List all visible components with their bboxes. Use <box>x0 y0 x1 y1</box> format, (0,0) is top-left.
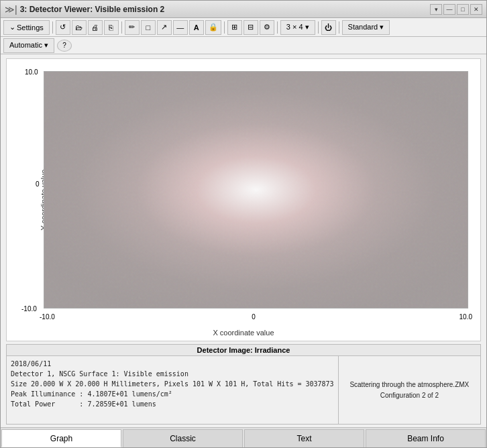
power-button[interactable]: ⏻ <box>321 20 336 35</box>
arrow-button[interactable]: ↗ <box>157 20 172 35</box>
x-tick-max: 10.0 <box>459 313 472 321</box>
grid-dropdown[interactable]: 3 × 4 ▾ <box>280 20 315 35</box>
x-tick-min: -10.0 <box>40 313 55 321</box>
plot-area: Y coordinate value 10.0 0 -10.0 -10.0 0 … <box>6 58 481 341</box>
main-window: ≫| 3: Detector Viewer: Visible emission … <box>0 0 487 448</box>
settings2-button[interactable]: ⚙ <box>260 20 274 35</box>
tab-text[interactable]: Text <box>244 429 364 447</box>
x-tick-mid: 0 <box>252 313 256 321</box>
toolbar-separator-4 <box>277 21 278 34</box>
tab-beam-info[interactable]: Beam Info <box>366 429 486 447</box>
toolbar-separator-1 <box>52 21 53 34</box>
y-tick-max: 10.0 <box>25 68 38 76</box>
toolbar-separator-2 <box>121 21 122 34</box>
tab-beam-info-label: Beam Info <box>407 434 444 443</box>
info-panel: Detector Image: Irradiance 2018/06/11 De… <box>6 344 481 425</box>
print-button[interactable]: 🖨 <box>88 20 103 35</box>
window-title: 3: Detector Viewer: Visible emission 2 <box>20 5 165 14</box>
toolbar-separator-5 <box>318 21 319 34</box>
title-bar-left: ≫| 3: Detector Viewer: Visible emission … <box>5 4 164 15</box>
restore-button[interactable]: □ <box>457 4 469 15</box>
settings-chevron: ⌄ <box>9 23 15 32</box>
refresh-button[interactable]: ↺ <box>56 20 70 35</box>
tab-bar: Graph Classic Text Beam Info <box>1 427 486 447</box>
toolbar-main: ⌄ Settings ↺ 🗁 🖨 ⎘ ✏ □ ↗ — A 🔒 ⊞ ⊟ ⚙ 3 ×… <box>1 18 486 37</box>
tab-graph[interactable]: Graph <box>1 429 121 447</box>
tab-classic[interactable]: Classic <box>123 429 243 447</box>
pin-button[interactable]: ▾ <box>430 4 442 15</box>
tab-classic-label: Classic <box>170 434 196 443</box>
info-panel-right: Scattering through the atmosphere.ZMX Co… <box>339 356 480 424</box>
settings-label: Settings <box>17 23 44 32</box>
tab-graph-label: Graph <box>50 434 72 443</box>
copy-button[interactable]: ⎘ <box>104 20 119 35</box>
y-tick-min: -10.0 <box>21 305 37 313</box>
minimize-button[interactable]: — <box>443 4 455 15</box>
automatic-dropdown[interactable]: Automatic ▾ <box>3 38 54 53</box>
info-panel-left: 2018/06/11 Detector 1, NSCG Surface 1: V… <box>7 356 339 424</box>
beam-image <box>44 71 468 309</box>
tab-text-label: Text <box>296 434 311 443</box>
title-bar-controls: ▾ — □ ✕ <box>430 4 482 15</box>
text-button[interactable]: A <box>189 20 204 35</box>
toolbar-separator-3 <box>224 21 225 34</box>
help-button[interactable]: ? <box>57 40 72 52</box>
rect-button[interactable]: □ <box>141 20 156 35</box>
y-tick-mid: 0 <box>36 180 40 188</box>
x-axis-label: X coordinate value <box>213 329 274 337</box>
toolbar-separator-6 <box>339 21 339 34</box>
info-panel-body: 2018/06/11 Detector 1, NSCG Surface 1: V… <box>7 356 480 424</box>
lock-button[interactable]: 🔒 <box>205 20 221 35</box>
close-button[interactable]: ✕ <box>470 4 482 15</box>
main-content: Y coordinate value 10.0 0 -10.0 -10.0 0 … <box>1 54 486 447</box>
line-button[interactable]: — <box>173 20 188 35</box>
chart-container: 10.0 0 -10.0 -10.0 0 10.0 <box>44 71 468 309</box>
grid-view-button[interactable]: ⊞ <box>227 20 242 35</box>
open-button[interactable]: 🗁 <box>72 20 87 35</box>
settings-button[interactable]: ⌄ Settings <box>3 20 50 35</box>
info-panel-header: Detector Image: Irradiance <box>7 345 480 356</box>
split-view-button[interactable]: ⊟ <box>243 20 258 35</box>
standard-dropdown[interactable]: Standard ▾ <box>342 20 390 35</box>
title-bar: ≫| 3: Detector Viewer: Visible emission … <box>1 1 486 18</box>
window-icon: ≫| <box>5 4 17 15</box>
pencil-button[interactable]: ✏ <box>125 20 140 35</box>
toolbar-secondary: Automatic ▾ ? <box>1 37 486 54</box>
